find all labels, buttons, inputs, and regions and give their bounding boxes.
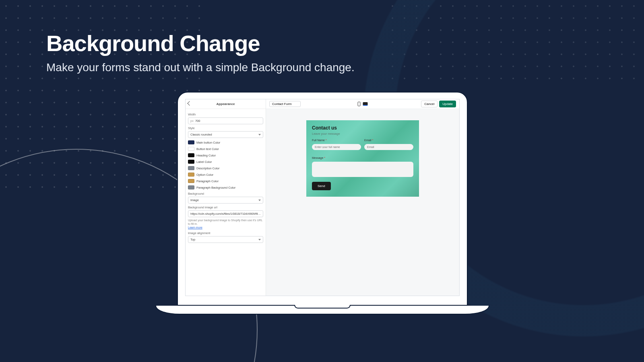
width-unit: px <box>190 119 194 123</box>
color-paragraph[interactable]: Paragraph Color <box>188 179 263 183</box>
update-button[interactable]: Update <box>439 101 456 107</box>
laptop-mockup: Appearance Width px 700 Style Classic ro… <box>177 92 468 315</box>
send-button[interactable]: Send <box>312 182 331 190</box>
color-option[interactable]: Option Color <box>188 173 263 177</box>
color-swatch <box>188 185 194 189</box>
background-select[interactable]: Image <box>188 197 263 204</box>
form-subheading: Leave your message <box>312 132 413 136</box>
phone-icon[interactable] <box>358 102 361 106</box>
email-label: Email * <box>364 139 413 142</box>
fullname-input[interactable] <box>312 144 361 150</box>
background-label: Background <box>188 192 263 195</box>
color-swatch <box>188 179 194 183</box>
laptop-bezel: Appearance Width px 700 Style Classic ro… <box>177 92 468 306</box>
hero-title: Background Change <box>46 30 355 56</box>
style-label: Style <box>188 126 263 130</box>
color-swatch <box>188 173 194 177</box>
back-icon[interactable] <box>187 101 192 105</box>
chevron-down-icon <box>258 239 261 241</box>
sidebar-body: Width px 700 Style Classic rounded Main … <box>186 109 266 245</box>
desktop-icon[interactable] <box>363 102 368 106</box>
form-preview: Contact us Leave your message Full Name … <box>306 120 419 197</box>
form-heading: Contact us <box>312 125 413 131</box>
form-title-input[interactable]: Contact Form <box>269 101 301 107</box>
color-label: Label Color <box>196 160 212 164</box>
width-input[interactable]: px 700 <box>188 117 263 124</box>
hero-section: Background Change Make your forms stand … <box>46 30 355 74</box>
bg-hint-text: Upload your background image to Shopify … <box>188 219 262 225</box>
cancel-button[interactable]: Cancel <box>421 101 438 107</box>
message-input[interactable] <box>312 162 413 177</box>
laptop-base <box>155 306 489 315</box>
fullname-group: Full Name * <box>312 139 361 150</box>
color-swatch <box>188 160 194 164</box>
color-swatch <box>188 140 194 144</box>
width-value: 700 <box>195 119 261 123</box>
bg-url-input[interactable]: https://cdn.shopify.com/s/files/1/0818/7… <box>188 210 263 217</box>
color-label: Main button Color <box>196 141 220 144</box>
align-label: Image alignment <box>188 231 263 235</box>
app-screen: Appearance Width px 700 Style Classic ro… <box>185 99 460 296</box>
align-select[interactable]: Top <box>188 236 263 243</box>
color-swatch <box>188 153 194 157</box>
bg-url-label: Background image url <box>188 206 263 209</box>
style-value: Classic rounded <box>190 133 212 136</box>
color-button-text[interactable]: Button text Color <box>188 147 263 151</box>
background-value: Image <box>190 198 199 202</box>
email-group: Email * <box>364 139 413 150</box>
style-select[interactable]: Classic rounded <box>188 131 263 138</box>
width-label: Width <box>188 113 263 116</box>
fullname-label: Full Name * <box>312 139 361 142</box>
message-label: Message * <box>312 156 325 159</box>
color-heading[interactable]: Heading Color <box>188 153 263 157</box>
hero-subtitle: Make your forms stand out with a simple … <box>46 61 355 74</box>
color-label: Button text Color <box>196 147 219 151</box>
settings-sidebar: Appearance Width px 700 Style Classic ro… <box>186 99 266 296</box>
color-label: Paragraph Color <box>196 179 219 183</box>
laptop-hinge <box>294 305 351 309</box>
color-swatch <box>188 166 194 170</box>
main-panel: Contact Form Cancel Update Contact us Le… <box>266 99 459 296</box>
bg-url-value: https://cdn.shopify.com/s/files/1/0818/7… <box>190 212 261 216</box>
bg-hint: Upload your background image to Shopify … <box>188 218 263 229</box>
color-label: Heading Color <box>196 154 216 157</box>
align-value: Top <box>190 238 195 241</box>
color-label: Paragraph Background Color <box>196 186 235 189</box>
color-swatch <box>188 147 194 151</box>
device-switcher <box>358 102 368 106</box>
learn-more-link[interactable]: Learn more <box>188 226 202 229</box>
sidebar-title: Appearance <box>217 102 235 106</box>
email-input[interactable] <box>364 144 413 150</box>
color-label: Description Color <box>196 167 220 170</box>
color-label[interactable]: Label Color <box>188 160 263 164</box>
chevron-down-icon <box>258 200 261 201</box>
color-description[interactable]: Description Color <box>188 166 263 170</box>
sidebar-header: Appearance <box>186 99 266 109</box>
color-main-button[interactable]: Main button Color <box>188 140 263 144</box>
chevron-down-icon <box>258 134 261 136</box>
topbar: Contact Form Cancel Update <box>266 99 459 109</box>
color-label: Option Color <box>196 173 213 177</box>
preview-canvas: Contact us Leave your message Full Name … <box>266 109 459 296</box>
color-paragraph-bg[interactable]: Paragraph Background Color <box>188 185 263 189</box>
